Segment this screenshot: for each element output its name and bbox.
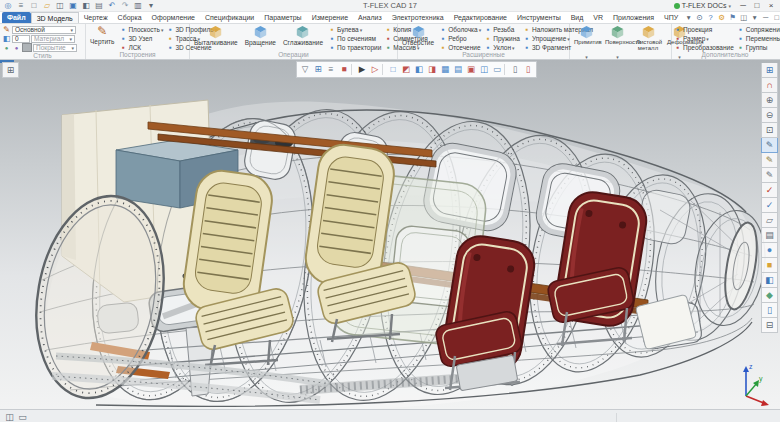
object-snap-magnet-icon[interactable]: ∩ <box>761 78 778 93</box>
tab-editing[interactable]: Редактирование <box>449 12 512 23</box>
tab-cnc[interactable]: ЧПУ <box>659 12 683 23</box>
variables-button[interactable]: Переменные <box>737 34 780 42</box>
select-color-icon[interactable]: ■ <box>338 64 350 76</box>
style-combo[interactable]: Основной <box>12 26 76 34</box>
confirm-check-icon[interactable]: ✓ <box>761 198 778 213</box>
restore-button[interactable]: □ <box>750 1 764 11</box>
select-bodies-icon[interactable]: ◨ <box>426 64 438 76</box>
edit-drawing-icon[interactable]: ✎ <box>761 168 778 183</box>
select-edges-icon[interactable]: ◩ <box>400 64 412 76</box>
thickness-spinner[interactable]: 0 <box>12 35 30 43</box>
select-by-window-icon[interactable]: ⊞ <box>312 64 324 76</box>
document-properties-icon[interactable]: ▥ <box>132 1 144 11</box>
tab-measure[interactable]: Измерение <box>307 12 353 23</box>
doc-restore-icon[interactable]: □ <box>771 13 780 23</box>
zoom-window-icon[interactable]: ⊡ <box>761 123 778 138</box>
window-panes-icon[interactable]: ⊞ <box>761 63 778 78</box>
recent-documents-icon[interactable]: ▣ <box>67 1 79 11</box>
tab-electrical[interactable]: Электротехника <box>387 12 449 23</box>
select-sketches-icon[interactable]: ▤ <box>452 64 464 76</box>
ribbon-display-icon[interactable]: ▾ <box>683 13 694 23</box>
render-mode-icon[interactable]: ● <box>761 243 778 258</box>
tab-bom[interactable]: Спецификации <box>200 12 259 23</box>
close-button[interactable]: × <box>764 1 778 11</box>
sketch-mode-icon[interactable]: ✎ <box>761 138 778 153</box>
mate-button[interactable]: Сопряжение <box>737 25 780 33</box>
tab-applications[interactable]: Приложения <box>608 12 659 23</box>
material-view-icon[interactable]: ■ <box>761 258 778 273</box>
rib-button[interactable]: Ребро <box>439 34 481 42</box>
settings-icon[interactable]: ⚙ <box>716 13 727 23</box>
sweep-button[interactable]: По траектории <box>328 43 381 51</box>
coating-combo[interactable]: Покрытие <box>33 44 77 52</box>
select-faces-icon[interactable]: ◧ <box>413 64 425 76</box>
projection-button[interactable]: Проекция <box>674 25 734 33</box>
trim-button[interactable]: Отсечение <box>439 43 481 51</box>
doc-minimize-icon[interactable]: ─ <box>760 13 771 23</box>
layout-pages-icon[interactable]: ▭ <box>16 412 29 422</box>
select-axes-icon[interactable]: ◫ <box>478 64 490 76</box>
feedback-flag-icon[interactable]: ⚑ <box>727 13 738 23</box>
more-commands-icon[interactable]: ▾ <box>749 13 760 23</box>
blend-button[interactable]: Сглаживание <box>281 25 325 46</box>
revolve-button[interactable]: Вращение <box>243 25 278 46</box>
redo-icon[interactable]: ↷ <box>119 1 131 11</box>
tab-vr[interactable]: VR <box>588 12 608 23</box>
open-document-icon[interactable]: ▱ <box>41 1 53 11</box>
zoom-out-icon[interactable]: ⊖ <box>761 108 778 123</box>
select-operations-icon[interactable]: ▦ <box>439 64 451 76</box>
fuselage-cutaway-model[interactable]: z y x <box>0 60 780 409</box>
print-icon[interactable]: ▤ <box>93 1 105 11</box>
layout-model-window-icon[interactable]: ◫ <box>3 412 16 422</box>
drawing-view-icon[interactable]: ▤ <box>761 228 778 243</box>
3d-node-button[interactable]: 3D Узел <box>119 34 163 42</box>
edit-3d-sketch-icon[interactable]: ✎ <box>761 153 778 168</box>
cursor-pick-icon[interactable]: ▷ <box>369 64 381 76</box>
workplane-button[interactable]: Плоскость <box>119 25 163 33</box>
open-model-page-icon[interactable]: ▯ <box>761 303 778 318</box>
save-icon[interactable]: ◧ <box>80 1 92 11</box>
doc-page-icon[interactable]: ▯ <box>509 64 521 76</box>
shell-button[interactable]: Оболочка <box>439 25 481 33</box>
tab-tools[interactable]: Инструменты <box>512 12 566 23</box>
select-vertices-icon[interactable]: □ <box>387 64 399 76</box>
color-swatch[interactable] <box>22 43 32 52</box>
menu-icon[interactable]: ≡ <box>15 1 27 11</box>
tab-view[interactable]: Вид <box>566 12 589 23</box>
select-planes-icon[interactable]: ▣ <box>465 64 477 76</box>
section-view-icon[interactable]: ◧ <box>761 273 778 288</box>
windows-panel-icon[interactable]: ◫ <box>738 13 749 23</box>
zoom-in-icon[interactable]: ⊕ <box>761 93 778 108</box>
3d-viewport[interactable]: ⊞ ▽⊞≡■▶▷□◩◧◨▦▤▣◫▭▯▯ ⊞∩⊕⊖⊡✎✎✎✓✓▱▤●■◧◆▯⊟ <box>0 60 780 409</box>
minimize-button[interactable]: ─ <box>736 1 750 11</box>
dimension-button[interactable]: Размер <box>674 34 734 42</box>
tab-drawing[interactable]: Чертеж <box>79 12 113 23</box>
close-document-icon[interactable]: ◫ <box>54 1 66 11</box>
groups-button[interactable]: Группы <box>737 43 780 51</box>
search-icon[interactable]: ⊙ <box>694 13 705 23</box>
tab-parameters[interactable]: Параметры <box>259 12 306 23</box>
workplane-icon[interactable]: ▱ <box>761 213 778 228</box>
doc-overlay-icon[interactable]: ▯ <box>522 64 534 76</box>
cursor-select-icon[interactable]: ▶ <box>356 64 368 76</box>
selection-filter-icon[interactable]: ▽ <box>299 64 311 76</box>
customize-quick-access-icon[interactable]: ▾ <box>145 1 157 11</box>
material-combo[interactable]: Материал <box>31 35 75 43</box>
extrude-button[interactable]: Выталкивание <box>192 25 240 46</box>
loft-button[interactable]: По сечениям <box>328 34 381 42</box>
preview-page-icon[interactable]: ⊟ <box>761 318 778 333</box>
primitive-button[interactable]: Примитив <box>572 25 600 63</box>
spring-button[interactable]: Пружина <box>484 34 520 42</box>
boolean-button[interactable]: Булева <box>328 25 381 33</box>
thread-button[interactable]: Резьба <box>484 25 520 33</box>
lcs-button[interactable]: ЛСК <box>119 43 163 51</box>
tab-assembly[interactable]: Сборка <box>113 12 147 23</box>
draft-button[interactable]: Уклон <box>484 43 520 51</box>
tab-file[interactable]: Файл <box>2 12 31 23</box>
undo-icon[interactable]: ↶ <box>106 1 118 11</box>
tab-annotation[interactable]: Оформление <box>147 12 200 23</box>
help-icon[interactable]: ? <box>705 13 716 23</box>
tab-analysis[interactable]: Анализ <box>353 12 387 23</box>
transform-button[interactable]: Преобразование <box>674 43 734 51</box>
hole-button[interactable]: Отверстие <box>400 25 436 46</box>
